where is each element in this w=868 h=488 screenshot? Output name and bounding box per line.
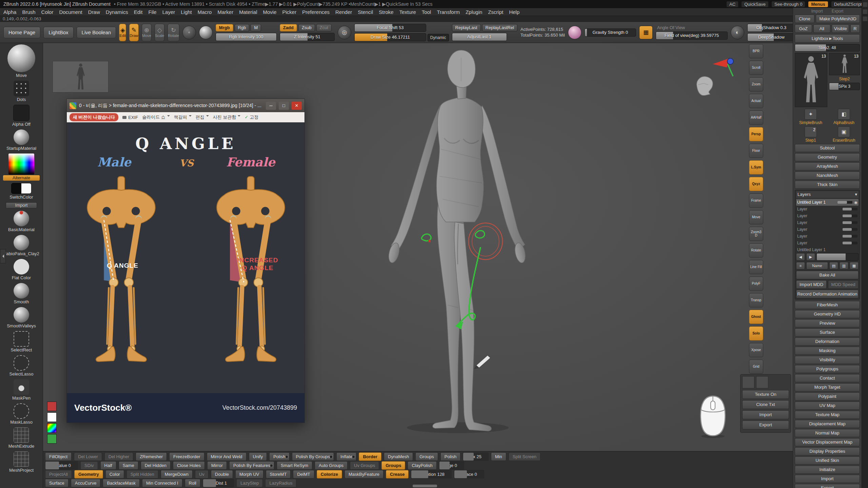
bottom-tray-button[interactable]: Del Lower xyxy=(74,452,102,461)
tool-section-button[interactable]: Geometry xyxy=(795,153,860,161)
deep-shadow-slider[interactable]: DeepShadow xyxy=(747,33,795,41)
goz-button[interactable]: GoZ xyxy=(795,24,812,33)
shelf-item[interactable]: MaskLasso xyxy=(1,403,42,425)
strip-button[interactable]: Line Fill xyxy=(749,260,763,274)
menus-button[interactable]: Menus xyxy=(808,1,828,7)
maximize-button[interactable]: □ xyxy=(279,102,289,110)
library-menu[interactable]: 사진 보관함 xyxy=(213,114,241,120)
layer-intensity-slider[interactable] xyxy=(843,242,857,244)
bottom-tray-button[interactable]: Polish By Features xyxy=(229,461,274,470)
layer-row[interactable]: Layer xyxy=(796,233,859,240)
document-thumbnail[interactable] xyxy=(53,61,108,93)
active-tool-thumbnail[interactable]: 13 xyxy=(795,53,827,107)
strip-button[interactable]: Persp xyxy=(749,127,763,141)
strip-button[interactable]: Transp xyxy=(749,293,763,307)
layer-merge-icon[interactable]: ▥ xyxy=(840,262,848,269)
shelf-item[interactable]: MeshProject xyxy=(1,451,42,473)
bottom-tray-button[interactable]: Resolution 128 xyxy=(411,470,452,479)
zadd-button[interactable]: Zadd xyxy=(280,24,297,32)
rotate-button[interactable]: ↻ Rotate xyxy=(167,24,179,41)
bottom-tray-button[interactable]: Uv Groups xyxy=(350,461,379,470)
m-button[interactable]: M xyxy=(251,24,261,32)
bottom-tray-button[interactable]: Surface xyxy=(45,479,68,487)
shelf-item[interactable]: BasicMaterial xyxy=(1,211,42,232)
tool-menu-item[interactable]: Vector Displacement Map xyxy=(795,438,860,446)
bottom-tray-button[interactable]: Unify xyxy=(249,452,267,461)
bottom-tray-button[interactable]: Polish xyxy=(269,452,289,461)
edit-button[interactable]: ◈ Edit xyxy=(119,24,126,41)
menu-item[interactable]: Document xyxy=(59,9,82,15)
bottom-tray-button[interactable]: Inflate xyxy=(336,452,356,461)
strip-button[interactable]: Xpose xyxy=(749,343,763,357)
layer-blend-slider[interactable] xyxy=(816,253,859,261)
tool-menu-item[interactable]: Export xyxy=(795,484,860,488)
shelf-item[interactable]: Flat Color xyxy=(1,259,42,281)
tool-menu-item[interactable]: Normal Map xyxy=(795,429,860,437)
bottom-tray-button[interactable]: Del Higher xyxy=(104,452,133,461)
mrgb-button[interactable]: Mrgb xyxy=(216,24,233,32)
tool-menu-item[interactable]: Initialize xyxy=(795,466,860,474)
shelf-item[interactable]: MaskPen xyxy=(1,379,42,401)
menu-item[interactable]: Marker xyxy=(217,9,233,15)
texture-thumb2-icon[interactable] xyxy=(756,376,768,388)
edge-button-icon[interactable] xyxy=(863,2,868,7)
layer-next-button[interactable]: ▶ xyxy=(806,253,815,261)
shelf-item[interactable]: StartupMaterial xyxy=(1,129,42,151)
tool-menu-item[interactable]: FiberMesh xyxy=(795,301,860,309)
bottom-tray-button[interactable]: SDiv xyxy=(80,461,98,470)
z-intensity-slider[interactable]: Z Intensity 51 xyxy=(280,33,335,41)
bottom-tray-button[interactable]: Mirror xyxy=(207,461,227,470)
material-preview-icon[interactable] xyxy=(199,26,213,39)
edit-menu[interactable]: 편집 xyxy=(196,114,209,120)
tool-export-label[interactable]: Export xyxy=(832,9,844,14)
exif-button[interactable]: EXIF xyxy=(122,115,138,120)
layer-row-active[interactable]: Untitled Layer 1 ◉ xyxy=(796,199,859,206)
goz-all-button[interactable]: All xyxy=(813,24,831,33)
shelf-item[interactable]: Move xyxy=(1,44,42,78)
tool-menu-item[interactable]: Displacement Map xyxy=(795,420,860,428)
bottom-tray-button[interactable]: Half xyxy=(100,461,116,470)
bookmark-menu[interactable]: 책갈피 xyxy=(174,114,192,120)
lightbox-tools-button[interactable]: Lightbox►Tools xyxy=(795,34,860,43)
layer-intensity-slider[interactable] xyxy=(843,221,857,224)
menu-item[interactable]: Light xyxy=(181,9,192,15)
shelf-item[interactable]: MeshExtrude xyxy=(1,427,42,449)
layer-name-button[interactable]: Name xyxy=(806,262,828,269)
bottom-tray-button[interactable]: Close Holes xyxy=(173,461,205,470)
bottom-tray-button[interactable]: Groups xyxy=(381,461,405,470)
collapse-shelf-arrow-icon[interactable] xyxy=(0,249,6,263)
edge-button-icon[interactable] xyxy=(863,16,868,21)
bottom-tray-button[interactable]: Uv xyxy=(195,470,209,479)
update-notice-button[interactable]: 새 버전이 나왔습니다 xyxy=(70,113,118,121)
shelf-item[interactable]: SmoothValleys xyxy=(1,307,42,329)
strip-button[interactable]: Frame xyxy=(749,194,763,208)
bottom-tray-button[interactable]: Crease xyxy=(386,470,409,479)
menu-item[interactable]: Draw xyxy=(88,9,100,15)
texture-panel-button[interactable]: Clone Txt xyxy=(742,400,789,409)
bottom-tray-button[interactable]: DelMT xyxy=(293,470,314,479)
bottom-tray-button[interactable]: StoreMT xyxy=(266,470,291,479)
import-mdd-button[interactable]: Import MDD xyxy=(796,280,827,289)
strip-button[interactable]: Rotate xyxy=(749,243,763,258)
edge-button-icon[interactable] xyxy=(863,9,868,14)
record-deformation-button[interactable]: Record Deformation Animation xyxy=(796,290,859,298)
bottom-tray-button[interactable]: LazyStep xyxy=(236,479,263,487)
color-swatch[interactable] xyxy=(47,402,57,411)
simplebrush-tool[interactable]: ✦ SimpleBrush xyxy=(795,109,827,125)
bottom-tray-button[interactable]: Del Hidden xyxy=(141,461,171,470)
goz-r-button[interactable]: R xyxy=(850,24,860,33)
bottom-tray-button[interactable]: LazyRadius xyxy=(265,479,296,487)
texture-panel-button[interactable]: Import xyxy=(742,410,789,419)
tool-menu-item[interactable]: Surface xyxy=(795,328,860,337)
bottom-tray-button[interactable]: FillObject xyxy=(45,452,72,461)
bottom-tray-button[interactable]: Min Connected I xyxy=(142,479,182,487)
replay-last-button[interactable]: ReplayLast xyxy=(452,24,481,32)
bottom-tray-button[interactable]: Colorize xyxy=(317,470,342,479)
bottom-tray-button[interactable]: Mirror And Weld xyxy=(207,452,246,461)
menu-item[interactable]: Zscript xyxy=(488,9,503,15)
rgb-button[interactable]: Rgb xyxy=(235,24,250,32)
layer-prev-button[interactable]: ◀ xyxy=(796,253,805,261)
bottom-tray-button[interactable]: Roll xyxy=(185,479,200,487)
layer-row[interactable]: Layer xyxy=(796,219,859,226)
menu-item[interactable]: Dynamics xyxy=(106,9,128,15)
